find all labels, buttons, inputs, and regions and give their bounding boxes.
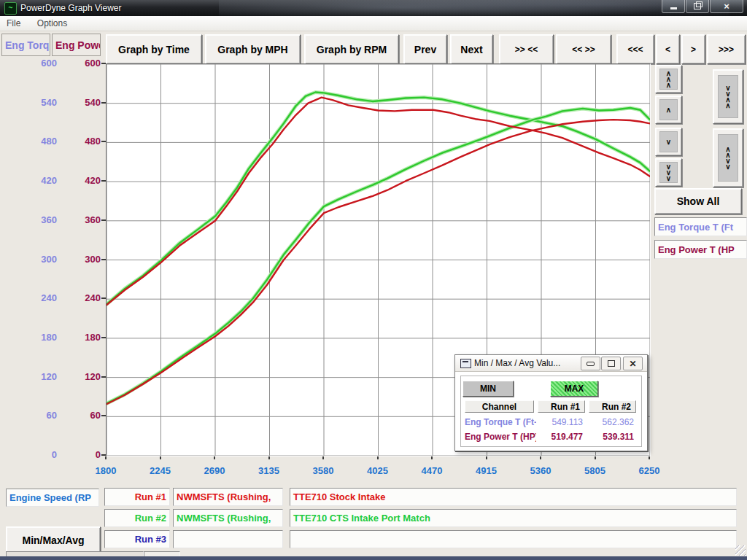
run3-description-box (290, 530, 737, 548)
y-tick-label-torque: 420 (13, 175, 57, 186)
minmax-dialog-title: Min / Max / Avg Valu... (474, 358, 560, 368)
y-tick-label-power: 540 (57, 97, 101, 108)
x-tick-mark (377, 456, 379, 459)
legend-channel-torque[interactable]: Eng Torque T (Ft (654, 217, 747, 236)
x-tick-mark (105, 456, 107, 459)
restore-button[interactable] (686, 0, 709, 13)
run2-description-box: TTE710 CTS Intake Port Match (290, 509, 737, 527)
scroll-left-button[interactable]: < (656, 34, 680, 64)
run2-channel: NWMSFTS (Rushing, (177, 513, 271, 524)
y-tick-label-power: 420 (57, 175, 101, 186)
x-tick-mark (214, 456, 215, 459)
x-tick-label: 4915 (465, 465, 508, 476)
y-tick-label-power: 300 (57, 254, 101, 265)
y-axis-selector-power[interactable]: Eng Powe (52, 34, 101, 56)
dialog-restore-icon (608, 360, 615, 367)
chevron-down-icon: ∨ (666, 139, 671, 145)
x-tick-mark (595, 456, 596, 459)
run3-channel-box (173, 530, 283, 548)
window-controls: × (661, 0, 743, 13)
y-tick-label-power: 600 (57, 58, 101, 69)
y-tick-label-torque: 240 (13, 292, 57, 303)
max-toggle-button[interactable]: MAX (550, 381, 598, 397)
minimize-icon (670, 7, 677, 9)
x-tick-label: 3135 (247, 465, 291, 476)
prev-button[interactable]: Prev (403, 34, 447, 64)
close-icon: × (724, 1, 729, 11)
y-tick-label-power: 0 (57, 449, 101, 460)
dialog-close-button[interactable]: ✕ (623, 357, 643, 370)
y-tick-label-power: 480 (57, 136, 101, 147)
menu-file[interactable]: File (0, 16, 27, 28)
channel-move-top-button[interactable]: ∧ ∧ ∧ (655, 65, 682, 93)
dialog-minimize-button[interactable] (581, 357, 600, 370)
run2-label-box: Run #2 (104, 509, 170, 527)
y-tick-label-torque: 0 (13, 449, 57, 460)
y-axis-selector-torque-label: Eng Torq (5, 39, 49, 51)
y-tick-label-torque: 600 (13, 58, 57, 69)
graph-by-time-button[interactable]: Graph by Time (106, 34, 202, 64)
y-tick-label-power: 120 (57, 371, 101, 382)
channel-move-down-button[interactable]: ∨ (655, 128, 682, 156)
row-power-run1-max: 519.477 (538, 432, 583, 442)
y-tick-label-torque: 300 (13, 254, 57, 265)
run1-channel: NWMSFTS (Rushing, (177, 491, 271, 502)
channel-move-bottom-button[interactable]: ∨ ∨ ∨ (655, 158, 682, 187)
run3-label: Run #3 (135, 534, 166, 545)
dialog-icon (460, 359, 471, 368)
y-tick-label-torque: 540 (13, 97, 57, 108)
next-button[interactable]: Next (450, 34, 493, 64)
close-button[interactable]: × (710, 0, 743, 13)
menu-options[interactable]: Options (31, 16, 74, 28)
x-axis-channel-label: Engine Speed (RP (9, 492, 91, 503)
channel-move-up-button[interactable]: ∧ (655, 96, 682, 124)
minmax-dialog-titlebar[interactable]: Min / Max / Avg Valu... ✕ (455, 355, 647, 372)
resize-grip-icon[interactable] (735, 545, 746, 556)
dialog-close-icon: ✕ (629, 359, 636, 369)
scale-expand-button[interactable]: ∧ ∧ ∨ ∨ (713, 128, 743, 187)
triple-chevron-down-icon: ∨ ∨ ∨ (666, 164, 671, 182)
show-all-button[interactable]: Show All (654, 188, 742, 214)
legend-channel-power[interactable]: Eng Power T (HP (654, 240, 747, 259)
y-tick-label-torque: 480 (13, 136, 57, 147)
restore-icon (694, 3, 701, 9)
y-tick-label-torque: 120 (13, 371, 57, 382)
column-header-run2[interactable]: Run #2 (589, 400, 636, 413)
y-tick-label-power: 180 (57, 332, 101, 343)
menu-bar: File Options (0, 16, 747, 31)
x-tick-mark (322, 456, 324, 459)
column-header-channel[interactable]: Channel (465, 400, 534, 413)
dialog-restore-button[interactable] (601, 357, 621, 370)
min-toggle-button[interactable]: MIN (462, 381, 514, 397)
x-axis-channel-box[interactable]: Engine Speed (RP (6, 489, 99, 507)
zoom-in-x-button[interactable]: >> << (499, 34, 554, 64)
legend-channel-power-label: Eng Power T (HP (658, 244, 735, 255)
scale-compress-button[interactable]: ∨ ∨ ∧ ∧ (713, 69, 743, 124)
run1-description: TTE710 Stock Intake (293, 491, 385, 502)
run1-label: Run #1 (135, 491, 166, 502)
x-tick-label: 1800 (84, 465, 128, 476)
x-tick-label: 4025 (356, 465, 400, 476)
x-tick-label: 2690 (193, 465, 236, 476)
scroll-far-right-button[interactable]: >>> (707, 34, 746, 64)
scroll-right-button[interactable]: > (681, 34, 705, 64)
row-power-channel: Eng Power T (HP) (465, 432, 536, 442)
y-tick-label-power: 360 (57, 214, 101, 225)
title-bar: ~ PowerDyne Graph Viewer × (0, 0, 747, 16)
graph-by-mph-button[interactable]: Graph by MPH (205, 34, 301, 64)
minmaxavg-button[interactable]: Min/Max/Avg (6, 526, 101, 554)
minimize-button[interactable] (662, 0, 685, 13)
y-axis-selector-torque[interactable]: Eng Torq (1, 34, 50, 56)
x-tick-label: 6250 (627, 465, 671, 476)
row-torque-channel: Eng Torque T (Ft- (465, 417, 536, 427)
run1-channel-box: NWMSFTS (Rushing, (173, 488, 283, 506)
run2-label: Run #2 (135, 513, 166, 524)
x-tick-mark (649, 456, 650, 459)
triple-chevron-up-icon: ∧ ∧ ∧ (666, 71, 671, 88)
zoom-out-x-button[interactable]: << >> (556, 34, 611, 64)
graph-by-rpm-button[interactable]: Graph by RPM (304, 34, 399, 64)
scroll-far-left-button[interactable]: <<< (616, 34, 654, 64)
column-header-run1[interactable]: Run #1 (538, 400, 585, 413)
legend-channel-torque-label: Eng Torque T (Ft (658, 222, 733, 233)
x-tick-mark (160, 456, 161, 459)
